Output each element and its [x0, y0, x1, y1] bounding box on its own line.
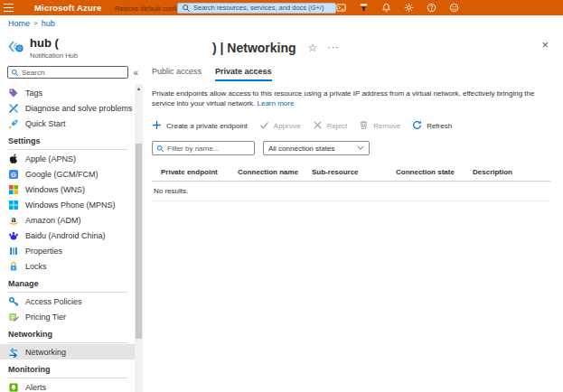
button-label: Reject	[327, 122, 348, 130]
hub-title: hub (	[30, 37, 78, 50]
scrollbar-thumb[interactable]	[136, 144, 142, 339]
sidebar-item-label: Apple (APNS)	[25, 154, 76, 163]
global-search[interactable]	[177, 3, 336, 14]
button-label: Create a private endpoint	[166, 122, 248, 130]
diagnose-icon	[8, 103, 19, 114]
filter-by-name-input[interactable]	[167, 145, 250, 153]
brand-title[interactable]: Microsoft Azure	[34, 3, 101, 13]
search-icon	[11, 69, 19, 77]
sidebar-item-windows-wns[interactable]: Windows (WNS)	[0, 182, 135, 197]
column-header-private-endpoint: Private endpoint	[161, 168, 238, 176]
button-label: Remove	[373, 122, 400, 130]
breadcrumb-home[interactable]: Home	[8, 19, 30, 28]
sidebar-item-label: Diagnose and solve problems	[25, 104, 133, 113]
resource-sidebar: hub ( Notification Hub « TagsDiagnose an…	[0, 31, 143, 392]
sidebar-item-pricing-tier[interactable]: Pricing Tier	[0, 309, 135, 324]
notification-hub-icon	[7, 38, 24, 55]
apple-icon	[8, 154, 19, 164]
more-options-icon[interactable]: ···	[327, 42, 339, 52]
sidebar-nav: TagsDiagnose and solve problemsQuick Sta…	[0, 84, 135, 392]
pricing-icon	[8, 312, 19, 322]
sidebar-item-label: Google (GCM/FCM)	[25, 170, 99, 179]
check-icon	[259, 120, 270, 131]
feedback-icon[interactable]	[448, 3, 459, 14]
filter-by-name-box[interactable]	[152, 141, 255, 155]
topbar-icons	[335, 0, 459, 15]
scrollbar-up-icon[interactable]: ▲	[135, 84, 143, 93]
create-a-private-endpoint-button[interactable]: Create a private endpoint	[152, 120, 248, 131]
sidebar-item-label: Windows (WNS)	[25, 185, 85, 194]
reject-icon	[313, 120, 324, 131]
refresh-button[interactable]: Refresh	[412, 120, 452, 131]
sidebar-item-alerts[interactable]: Alerts	[0, 379, 135, 392]
sidebar-item-label: Windows Phone (MPNS)	[25, 201, 116, 210]
sidebar-item-windows-phone-mpns[interactable]: Windows Phone (MPNS)	[0, 197, 135, 212]
sidebar-section-manage: Manage	[0, 274, 135, 293]
directory-filter-icon[interactable]	[358, 3, 369, 14]
breadcrumb-separator: >	[33, 19, 38, 27]
remove-button[interactable]: Remove	[359, 120, 400, 131]
sidebar-item-label: Access Policies	[25, 297, 82, 306]
cloud-shell-icon[interactable]	[335, 3, 346, 14]
column-header-connection-state: Connection state	[396, 168, 473, 176]
hub-subtitle: Notification Hub	[30, 51, 78, 60]
sidebar-item-label: Tags	[25, 89, 42, 98]
column-header-sub-resource: Sub-resource	[312, 168, 396, 176]
sidebar-item-amazon-adm[interactable]: aAmazon (ADM)	[0, 212, 135, 228]
top-bar: Microsoft Azure Restore default configur…	[0, 0, 563, 15]
global-search-input[interactable]	[193, 4, 332, 12]
sidebar-item-label: Quick Start	[25, 119, 66, 128]
amazon-icon: a	[8, 215, 19, 226]
svg-text:a: a	[11, 215, 16, 224]
button-label: Approve	[274, 122, 301, 130]
sidebar-item-google-gcm-fcm[interactable]: GGoogle (GCM/FCM)	[0, 166, 135, 182]
networking-blade: ) | Networking ☆ ··· × Public accessPriv…	[143, 31, 563, 392]
approve-button[interactable]: Approve	[259, 120, 301, 131]
sidebar-search-input[interactable]	[22, 69, 125, 77]
sidebar-item-tags[interactable]: Tags	[0, 85, 135, 100]
reject-button[interactable]: Reject	[313, 120, 348, 131]
sidebar-item-label: Amazon (ADM)	[25, 216, 81, 225]
collapse-sidebar-icon[interactable]: «	[133, 68, 140, 78]
key-icon	[8, 296, 19, 307]
access-tabs: Public accessPrivate access	[152, 67, 550, 81]
button-label: Refresh	[427, 122, 452, 130]
favorite-star-icon[interactable]: ☆	[308, 42, 318, 54]
breadcrumb-current[interactable]: hub	[42, 19, 55, 28]
settings-icon[interactable]	[403, 3, 414, 14]
properties-icon	[8, 246, 19, 257]
sidebar-section-networking: Networking	[0, 324, 135, 343]
breadcrumb: Home > hub	[0, 15, 563, 31]
sidebar-item-locks[interactable]: Locks	[0, 258, 135, 274]
connection-states-select[interactable]: All connection states	[263, 141, 370, 155]
sidebar-section-monitoring: Monitoring	[0, 359, 135, 378]
sidebar-item-label: Locks	[25, 262, 47, 271]
sidebar-item-diagnose-and-solve-problems[interactable]: Diagnose and solve problems	[0, 100, 135, 116]
tab-public-access[interactable]: Public access	[152, 67, 202, 81]
sidebar-item-quick-start[interactable]: Quick Start	[0, 116, 135, 131]
windows-phone-icon	[8, 200, 19, 210]
sidebar-item-access-policies[interactable]: Access Policies	[0, 294, 135, 309]
sidebar-item-baidu-android-china[interactable]: Baidu (Android China)	[0, 228, 135, 243]
hamburger-menu-icon[interactable]	[4, 4, 14, 12]
search-icon	[182, 4, 191, 13]
sidebar-scrollbar[interactable]: ▲	[135, 84, 143, 392]
tab-private-access[interactable]: Private access	[215, 67, 272, 81]
table-header-row: Private endpointConnection nameSub-resou…	[152, 162, 550, 182]
sidebar-item-apple-apns[interactable]: Apple (APNS)	[0, 151, 135, 166]
description-text: Private endpoints allow access to this r…	[152, 89, 550, 108]
learn-more-link[interactable]: Learn more	[258, 99, 295, 107]
filter-row: All connection states	[152, 141, 550, 155]
sidebar-section-settings: Settings	[0, 131, 135, 150]
sidebar-item-label: Pricing Tier	[25, 313, 66, 322]
alerts-icon	[8, 382, 19, 392]
baidu-icon	[8, 230, 19, 241]
sidebar-search[interactable]	[7, 66, 128, 79]
notifications-icon[interactable]	[380, 3, 391, 14]
sidebar-item-properties[interactable]: Properties	[0, 243, 135, 258]
sidebar-item-networking[interactable]: Networking	[0, 344, 135, 359]
plus-icon	[152, 120, 163, 131]
help-icon[interactable]	[426, 3, 436, 14]
column-header-connection-name: Connection name	[238, 168, 312, 176]
close-blade-icon[interactable]: ×	[541, 39, 549, 51]
